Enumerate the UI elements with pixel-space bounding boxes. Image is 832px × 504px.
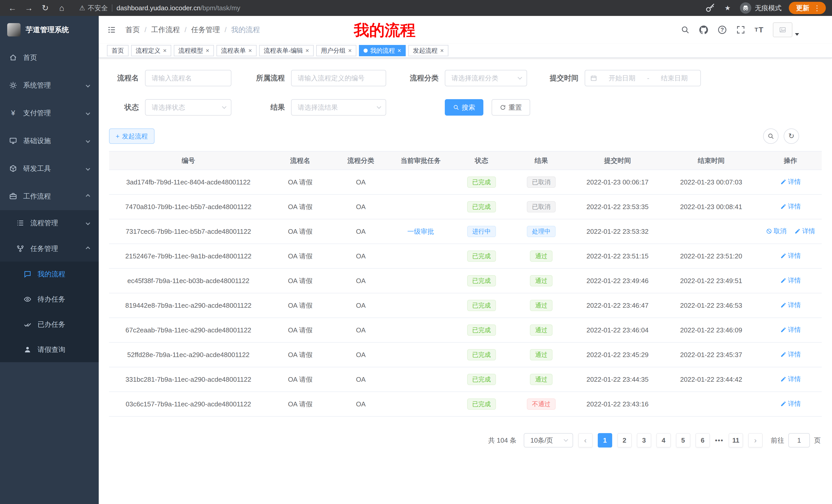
breadcrumb-task-mgmt[interactable]: 任务管理 (191, 25, 220, 35)
page-button-11[interactable]: 11 (729, 433, 743, 447)
sidebar-item-task-mgmt[interactable]: 任务管理 (0, 236, 99, 261)
process-name-input[interactable] (145, 70, 231, 86)
navbar: 首页 / 工作流程 / 任务管理 / 我的流程 ? TT (99, 16, 832, 44)
prev-page-button[interactable]: ‹ (578, 433, 593, 447)
tab-my-process[interactable]: 我的流程× (359, 45, 406, 56)
sidebar-item-my-process[interactable]: 我的流程 (0, 261, 99, 287)
sidebar-item-payment[interactable]: ¥ 支付管理 (0, 99, 99, 127)
page-button-1[interactable]: 1 (598, 433, 612, 447)
sidebar-item-devtools[interactable]: 研发工具 (0, 155, 99, 183)
address-bar[interactable]: ⚠ 不安全 dashboard.yudao.iocoder.cn/bpm/tas… (79, 4, 705, 12)
sidebar-item-infra[interactable]: 基础设施 (0, 127, 99, 155)
search-icon[interactable] (680, 25, 690, 35)
close-icon[interactable]: × (440, 47, 444, 54)
submit-time-range[interactable]: 开始日期 - 结束日期 (585, 70, 701, 86)
address-divider (112, 4, 112, 11)
list-icon (17, 219, 24, 227)
tab-process-form-edit[interactable]: 流程表单-编辑× (259, 45, 314, 56)
sidebar-item-todo-task[interactable]: 待办任务 (0, 287, 99, 312)
tab-process-form[interactable]: 流程表单× (216, 45, 257, 56)
incognito-indicator: 无痕模式 (740, 2, 782, 13)
breadcrumb-workflow[interactable]: 工作流程 (151, 25, 180, 35)
close-icon[interactable]: × (206, 47, 209, 54)
tab-process-model[interactable]: 流程模型× (174, 45, 214, 56)
detail-link[interactable]: 详情 (780, 350, 801, 359)
close-icon[interactable]: × (163, 47, 166, 54)
avatar[interactable] (773, 22, 792, 37)
search-button[interactable]: 搜索 (445, 99, 483, 116)
security-status[interactable]: ⚠ 不安全 (79, 4, 108, 12)
password-key-icon[interactable] (705, 3, 715, 13)
result-select[interactable]: 请选择流结果 (291, 99, 386, 116)
close-icon[interactable]: × (249, 47, 252, 54)
page-button-4[interactable]: 4 (656, 433, 671, 447)
sidebar-fold-icon[interactable] (106, 24, 117, 35)
filter-form: 流程名 所属流程 流程分类 请选择流程分类 提交时间 (109, 70, 822, 116)
next-page-button[interactable]: › (748, 433, 762, 447)
page-button-3[interactable]: 3 (637, 433, 651, 447)
sidebar-item-done-task[interactable]: 已办任务 (0, 312, 99, 337)
github-icon[interactable] (699, 25, 709, 35)
font-size-icon[interactable]: TT (754, 25, 764, 35)
table-row: 03c6c157-7b9a-11ec-a290-acde48001122 OA … (109, 392, 822, 416)
current-task-link[interactable]: 一级审批 (407, 228, 434, 235)
page-button-6[interactable]: 6 (696, 433, 710, 447)
browser-reload-icon[interactable]: ↻ (39, 2, 51, 14)
detail-link[interactable]: 详情 (780, 375, 801, 383)
chevron-down-icon (86, 111, 90, 115)
process-name-label: 流程名 (109, 73, 145, 83)
close-icon[interactable]: × (397, 47, 401, 54)
browser-menu-icon[interactable]: ⋮ (813, 4, 821, 12)
sidebar-item-home[interactable]: 首页 (0, 44, 99, 72)
sidebar-item-system[interactable]: 系统管理 (0, 72, 99, 99)
edit-icon (780, 277, 786, 284)
url-text[interactable]: dashboard.yudao.iocoder.cn/bpm/task/my (116, 4, 240, 12)
detail-link[interactable]: 详情 (780, 276, 801, 285)
app-logo[interactable]: 芋道管理系统 (0, 16, 99, 44)
close-icon[interactable]: × (306, 47, 309, 54)
close-icon[interactable]: × (348, 47, 352, 54)
refresh-button[interactable]: ↻ (784, 129, 799, 144)
more-pages-icon[interactable]: ••• (715, 437, 724, 444)
breadcrumb-home[interactable]: 首页 (126, 25, 140, 35)
table-row: 819442e8-7b9a-11ec-a290-acde48001122 OA … (109, 293, 822, 318)
screen: ← → ↻ ⌂ ⚠ 不安全 dashboard.yudao.iocoder.cn… (0, 0, 832, 504)
detail-link[interactable]: 详情 (780, 177, 801, 186)
chevron-up-icon (86, 247, 90, 251)
reset-button[interactable]: 重置 (492, 99, 530, 116)
tab-home[interactable]: 首页 (107, 45, 129, 56)
detail-link[interactable]: 详情 (780, 301, 801, 309)
sidebar-item-leave-query[interactable]: 请假查询 (0, 337, 99, 362)
start-process-button[interactable]: + 发起流程 (109, 129, 155, 144)
detail-link[interactable]: 详情 (780, 202, 801, 211)
page-button-5[interactable]: 5 (676, 433, 690, 447)
tab-start-process[interactable]: 发起流程× (408, 45, 448, 56)
tab-process-definition[interactable]: 流程定义× (131, 45, 171, 56)
category-select[interactable]: 请选择流程分类 (445, 70, 527, 86)
browser-back-icon[interactable]: ← (6, 2, 19, 14)
help-icon[interactable]: ? (717, 25, 727, 35)
status-select[interactable]: 请选择状态 (145, 99, 231, 116)
detail-link[interactable]: 详情 (780, 251, 801, 260)
tab-user-group[interactable]: 用户分组× (316, 45, 356, 56)
user-menu[interactable] (773, 22, 799, 37)
fullscreen-icon[interactable] (736, 25, 746, 35)
detail-link[interactable]: 详情 (780, 399, 801, 408)
result-badge: 通过 (530, 275, 552, 286)
page-size-select[interactable]: 10条/页 (524, 433, 573, 447)
sidebar-item-workflow[interactable]: 工作流程 (0, 183, 99, 210)
page-button-2[interactable]: 2 (617, 433, 632, 447)
goto-page-input[interactable] (788, 433, 810, 447)
browser-home-icon[interactable]: ⌂ (55, 2, 68, 14)
bookmark-star-icon[interactable]: ★ (723, 3, 733, 13)
show-search-button[interactable] (763, 129, 779, 144)
process-def-input[interactable] (291, 70, 386, 86)
sidebar-item-process-mgmt[interactable]: 流程管理 (0, 210, 99, 236)
detail-link[interactable]: 详情 (780, 326, 801, 334)
update-button[interactable]: 更新 ⋮ (789, 2, 826, 14)
browser-forward-icon[interactable]: → (23, 2, 35, 14)
warning-icon: ⚠ (79, 4, 85, 12)
detail-link[interactable]: 详情 (795, 227, 815, 235)
cube-icon (9, 165, 17, 172)
cancel-link[interactable]: 取消 (766, 227, 786, 235)
